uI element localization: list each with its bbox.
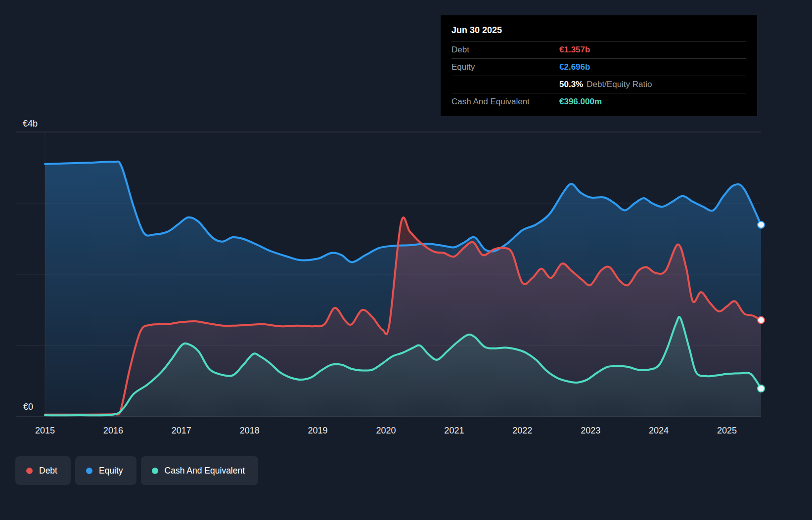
x-axis-label: 2018	[240, 426, 260, 436]
x-axis: 2015201620172018201920202021202220232024…	[0, 426, 812, 438]
x-axis-label: 2023	[581, 426, 600, 436]
tooltip-cash-value: €396.000m	[559, 97, 602, 107]
tooltip-date: Jun 30 2025	[451, 20, 746, 41]
x-axis-label: 2021	[444, 426, 464, 436]
x-axis-label: 2019	[308, 426, 328, 436]
tooltip-cash-label: Cash And Equivalent	[451, 97, 559, 107]
tooltip-row-equity: Equity €2.696b	[451, 58, 746, 76]
marker-debt	[758, 317, 765, 324]
x-axis-label: 2020	[376, 426, 396, 436]
legend-item-debt[interactable]: Debt	[15, 456, 71, 485]
marker-cash-and-equivalent	[758, 385, 765, 392]
legend-item-cash[interactable]: Cash And Equivalent	[141, 456, 258, 485]
legend: Debt Equity Cash And Equivalent	[15, 456, 258, 485]
x-axis-label: 2024	[649, 426, 669, 436]
x-axis-label: 2015	[35, 426, 55, 436]
legend-debt-label: Debt	[39, 466, 57, 476]
y-axis-label-bottom: €0	[23, 402, 33, 412]
legend-item-equity[interactable]: Equity	[75, 456, 136, 485]
tooltip-row-debt: Debt €1.357b	[451, 41, 746, 58]
tooltip-equity-label: Equity	[451, 62, 559, 72]
cash-dot-icon	[152, 468, 158, 474]
debt-dot-icon	[26, 468, 33, 474]
tooltip-ratio-value: 50.3%Debt/Equity Ratio	[559, 80, 652, 89]
tooltip-debt-value: €1.357b	[559, 45, 590, 55]
ratio-percent: 50.3%	[559, 80, 583, 89]
legend-equity-label: Equity	[99, 466, 123, 476]
marker-equity	[758, 221, 765, 228]
x-axis-label: 2025	[717, 426, 737, 436]
tooltip-panel: Jun 30 2025 Debt €1.357b Equity €2.696b …	[441, 15, 757, 116]
x-axis-label: 2016	[103, 426, 123, 436]
tooltip-equity-value: €2.696b	[559, 62, 590, 72]
y-axis-label-top: €4b	[23, 119, 38, 129]
tooltip-row-cash: Cash And Equivalent €396.000m	[451, 93, 746, 110]
x-axis-label: 2017	[172, 426, 191, 436]
legend-cash-label: Cash And Equivalent	[165, 466, 245, 476]
equity-dot-icon	[86, 468, 92, 474]
tooltip-row-ratio: 50.3%Debt/Equity Ratio	[451, 76, 746, 93]
ratio-label: Debt/Equity Ratio	[586, 80, 652, 89]
tooltip-debt-label: Debt	[451, 45, 559, 55]
x-axis-label: 2022	[512, 426, 532, 436]
